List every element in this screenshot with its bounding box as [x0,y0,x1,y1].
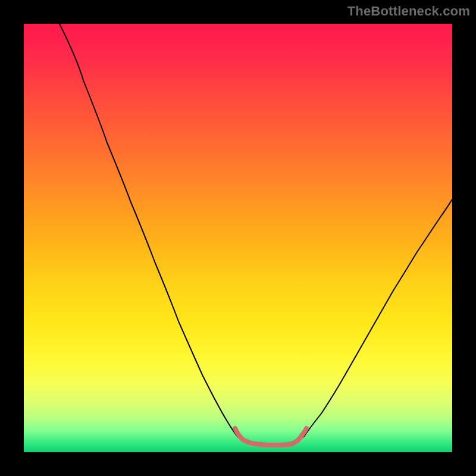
chart-svg-layer [24,24,452,452]
plot-area [24,24,452,452]
chart-frame: TheBottleneck.com [0,0,476,476]
curve-right-branch [303,199,452,437]
watermark-text: TheBottleneck.com [347,4,470,19]
curve-left-branch [60,24,238,437]
valley-trace [235,428,306,445]
